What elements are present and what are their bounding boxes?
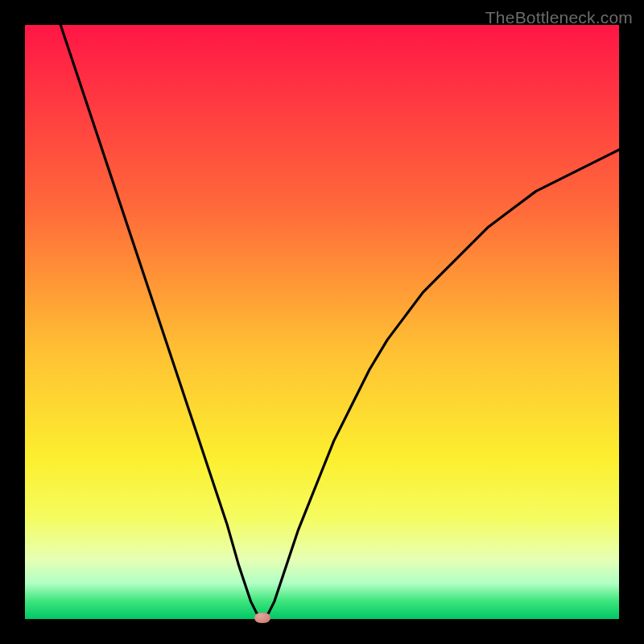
curve-right-branch [262, 150, 619, 619]
watermark-label: TheBottleneck.com [485, 8, 633, 27]
plot-area [25, 25, 619, 619]
optimum-marker [254, 613, 270, 623]
curve-left-branch [60, 25, 262, 619]
bottleneck-curve [25, 25, 619, 619]
chart-frame: TheBottleneck.com [0, 0, 644, 644]
